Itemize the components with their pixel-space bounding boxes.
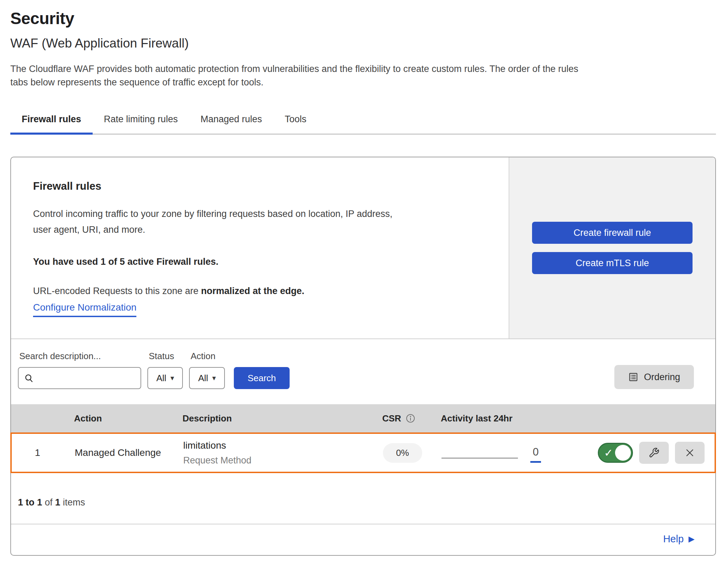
rule-activity-cell: 0 bbox=[439, 443, 587, 463]
status-select[interactable]: All ▾ bbox=[147, 367, 183, 389]
activity-count-link[interactable]: 0 bbox=[530, 446, 541, 463]
tab-managed-rules[interactable]: Managed rules bbox=[189, 108, 273, 134]
page-description: The Cloudflare WAF provides both automat… bbox=[10, 62, 716, 89]
chevron-down-icon: ▾ bbox=[212, 374, 216, 382]
rule-csr-cell: 0% bbox=[377, 443, 439, 463]
firewall-rules-card: Firewall rules Control incoming traffic … bbox=[10, 157, 716, 556]
list-ordering-icon bbox=[628, 372, 638, 382]
action-column-header: Action bbox=[63, 413, 173, 424]
rule-priority: 1 bbox=[12, 447, 63, 458]
table-header-row: Action Description CSR Activity last 24h… bbox=[11, 404, 715, 432]
overview-description-line2: user agent, URI, and more. bbox=[33, 222, 495, 238]
help-link-label: Help bbox=[663, 533, 684, 545]
check-icon: ✓ bbox=[604, 448, 613, 458]
rule-action: Managed Challenge bbox=[63, 447, 174, 458]
activity-column-header: Activity last 24hr bbox=[438, 413, 587, 424]
pagination-items: items bbox=[60, 497, 85, 508]
delete-rule-button[interactable] bbox=[675, 442, 705, 464]
csr-header-label: CSR bbox=[382, 413, 401, 424]
action-select[interactable]: All ▾ bbox=[189, 367, 225, 389]
search-input-box[interactable] bbox=[18, 367, 141, 389]
help-arrow-icon: ▶ bbox=[688, 535, 695, 543]
rule-expression-summary: Request Method bbox=[183, 455, 377, 466]
create-firewall-rule-button[interactable]: Create firewall rule bbox=[532, 222, 693, 244]
page-subtitle: WAF (Web Application Firewall) bbox=[10, 36, 716, 51]
create-mtls-rule-button[interactable]: Create mTLS rule bbox=[532, 252, 693, 274]
normalization-text: URL-encoded Requests to this zone are no… bbox=[33, 286, 495, 296]
search-button[interactable]: Search bbox=[234, 367, 290, 389]
normalization-bold: normalized at the edge. bbox=[201, 286, 304, 296]
card-footer: Help ▶ bbox=[11, 524, 715, 555]
info-icon[interactable] bbox=[405, 413, 416, 424]
usage-text: You have used 1 of 5 active Firewall rul… bbox=[33, 257, 495, 267]
page-description-line1: The Cloudflare WAF provides both automat… bbox=[10, 62, 716, 76]
overview-description-line1: Control incoming traffic to your zone by… bbox=[33, 206, 495, 222]
description-column-header: Description bbox=[173, 413, 376, 424]
action-field-group: Action All ▾ bbox=[189, 351, 225, 389]
status-select-value: All bbox=[156, 373, 166, 384]
wrench-icon bbox=[648, 447, 659, 458]
status-label: Status bbox=[149, 351, 183, 362]
csr-badge: 0% bbox=[383, 443, 422, 463]
rule-controls: ✓ bbox=[587, 442, 715, 464]
search-icon bbox=[24, 373, 34, 383]
rule-description[interactable]: limitations bbox=[183, 440, 377, 451]
overview-description: Control incoming traffic to your zone by… bbox=[33, 206, 495, 238]
security-waf-page: Security WAF (Web Application Firewall) … bbox=[0, 0, 728, 564]
tab-tools[interactable]: Tools bbox=[273, 108, 318, 134]
rule-enabled-toggle[interactable]: ✓ bbox=[598, 443, 633, 463]
help-link[interactable]: Help ▶ bbox=[663, 533, 695, 545]
overview-section: Firewall rules Control incoming traffic … bbox=[11, 157, 715, 339]
csr-column-header: CSR bbox=[376, 413, 438, 424]
chevron-down-icon: ▾ bbox=[170, 374, 174, 382]
tab-rate-limiting-rules[interactable]: Rate limiting rules bbox=[93, 108, 189, 134]
page-description-line2: tabs below represents the sequence of tr… bbox=[10, 76, 716, 89]
action-select-value: All bbox=[198, 373, 208, 384]
pagination-summary: 1 to 1 of 1 items bbox=[11, 473, 715, 524]
search-field-group: Search description... bbox=[18, 351, 141, 389]
search-label: Search description... bbox=[19, 351, 141, 362]
pagination-total: 1 bbox=[55, 497, 60, 508]
action-label: Action bbox=[190, 351, 225, 362]
search-input[interactable] bbox=[37, 373, 135, 384]
toggle-knob bbox=[615, 445, 631, 461]
waf-tab-bar: Firewall rules Rate limiting rules Manag… bbox=[10, 108, 716, 135]
pagination-of: of bbox=[42, 497, 55, 508]
page-title: Security bbox=[10, 9, 716, 28]
filter-bar: Search description... Status bbox=[11, 339, 715, 404]
activity-sparkline bbox=[441, 458, 518, 459]
close-icon bbox=[685, 448, 695, 458]
ordering-button-label: Ordering bbox=[644, 372, 680, 383]
configure-normalization-link[interactable]: Configure Normalization bbox=[33, 302, 136, 317]
normalization-prefix: URL-encoded Requests to this zone are bbox=[33, 286, 201, 296]
status-field-group: Status All ▾ bbox=[147, 351, 183, 389]
rule-description-cell: limitations Request Method bbox=[174, 440, 377, 466]
tab-firewall-rules[interactable]: Firewall rules bbox=[10, 108, 93, 134]
table-row: 1 Managed Challenge limitations Request … bbox=[10, 432, 716, 473]
pagination-range: 1 to 1 bbox=[18, 497, 42, 508]
create-actions-panel: Create firewall rule Create mTLS rule bbox=[509, 157, 715, 338]
overview-heading: Firewall rules bbox=[33, 180, 495, 192]
edit-rule-button[interactable] bbox=[639, 442, 669, 464]
ordering-button[interactable]: Ordering bbox=[614, 365, 694, 389]
